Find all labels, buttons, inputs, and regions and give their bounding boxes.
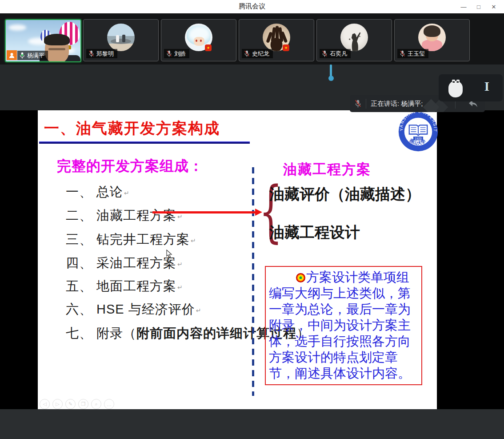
return-mark: ↵ — [177, 213, 183, 220]
cursor-tools-panel: I — [439, 74, 503, 101]
video-tile-2[interactable]: 郑黎明 — [83, 19, 159, 61]
title-bar: 腾讯会议 — □ ✕ — [0, 0, 504, 14]
outline-item-3: 三、 钻完井工程方案↵ — [66, 231, 196, 249]
participant-name: 杨满平 — [27, 52, 44, 60]
participant-name: 郑黎明 — [96, 50, 114, 58]
mic-muted-icon — [399, 50, 406, 57]
next-slide-button[interactable]: ▷ — [52, 399, 63, 409]
note-box: 方案设计类单项组编写大纲与上述类似，第一章为总论，最后一章为附录，中间为设计方案… — [265, 266, 422, 385]
bottom-toolbar-band — [0, 409, 504, 439]
participant-strip: 杨满平 郑黎明 — [0, 13, 504, 64]
avatar — [107, 24, 135, 51]
slides-overview-button[interactable]: ❐ — [78, 399, 88, 409]
mic-muted-icon — [166, 50, 172, 57]
minimize-button[interactable]: — — [456, 0, 471, 13]
university-logo: YANSHAN UNIVERSITY 燕山大学 1920 — [398, 111, 439, 152]
return-mark: ↵ — [124, 189, 130, 197]
silhouette-graphic — [340, 24, 368, 51]
return-mark: ↵ — [191, 237, 196, 244]
bullet-target-icon — [296, 273, 305, 282]
more-options-button[interactable]: … — [104, 399, 114, 409]
meeting-window: 腾讯会议 — □ ✕ — [0, 0, 504, 439]
outline-item-2: 二、 油藏工程方案↵ — [66, 207, 183, 225]
toast-divider — [366, 99, 366, 109]
avatar — [418, 24, 446, 51]
video-tile-4[interactable]: ★ 史纪龙 — [239, 19, 314, 61]
presentation-slide: 一、油气藏开发方案构成 YANSHAN UNIVERSITY 燕山大学 1920 — [38, 110, 437, 409]
red-arrow — [152, 211, 256, 213]
video-tile-5[interactable]: 石奕凡 — [316, 19, 392, 61]
participant-name: 石奕凡 — [330, 50, 347, 58]
avatar — [340, 24, 368, 51]
svg-text:1920: 1920 — [415, 137, 421, 140]
participant-nametag: 史纪龙 — [242, 49, 273, 58]
participant-nametag: 郑黎明 — [86, 49, 117, 58]
participant-name: 史纪龙 — [252, 50, 269, 58]
participant-name: 刘皓 — [174, 50, 186, 58]
mic-muted-icon — [88, 50, 95, 57]
zoom-tool-button[interactable]: ⌕ — [91, 399, 101, 409]
window-title: 腾讯会议 — [0, 2, 504, 11]
flag-badge: ★ — [205, 44, 212, 51]
mic-muted-icon — [354, 100, 362, 108]
participant-nametag: 石奕凡 — [320, 49, 351, 58]
return-mark: ↵ — [196, 307, 202, 314]
participant-nametag: 刘皓 — [164, 49, 189, 58]
slide-title: 一、油气藏开发方案构成 — [44, 118, 220, 139]
dashed-divider — [252, 167, 254, 396]
branch-item-top: 油藏评价（油藏描述） — [269, 184, 420, 205]
mic-muted-icon — [244, 50, 250, 57]
outline-item-1: 一、 总论↵ — [66, 183, 130, 201]
mouse-cursor — [166, 250, 172, 258]
title-underline — [39, 141, 250, 144]
speaking-label: 正在讲话: 杨满平; — [371, 100, 423, 108]
participant-name: 王玉玺 — [408, 50, 425, 58]
video-tile-6[interactable]: 王玉玺 — [394, 19, 470, 61]
outline-item-4: 四、 采油工程方案↵ — [66, 254, 183, 272]
video-tile-3[interactable]: ★ 刘皓 — [161, 19, 236, 61]
pen-tool-button[interactable]: ✎ — [65, 399, 76, 409]
right-heading: 油藏工程方案 — [283, 160, 371, 179]
prev-slide-button[interactable]: ◁ — [40, 399, 50, 409]
window-controls: — □ ✕ — [456, 0, 501, 13]
pointer-pin — [330, 64, 332, 77]
mic-muted-icon — [321, 50, 328, 57]
participant-nametag: 杨满平 — [17, 51, 48, 60]
mic-active-icon — [19, 52, 25, 59]
presenter-icon — [7, 50, 17, 60]
participant-nametag: 王玉玺 — [397, 49, 428, 58]
flag-badge: ★ — [283, 44, 289, 51]
outline-item-6: 六、 HSE 与经济评价↵ — [66, 301, 201, 318]
video-tile-1[interactable]: 杨满平 — [5, 19, 81, 62]
left-heading: 完整的开发方案组成： — [57, 157, 204, 176]
return-mark: ↵ — [177, 284, 183, 291]
outline-item-5: 五、 地面工程方案↵ — [66, 278, 183, 295]
screen-share-stage: 一、油气藏开发方案构成 YANSHAN UNIVERSITY 燕山大学 1920 — [0, 110, 504, 409]
mouse-cursor-tool-icon[interactable] — [447, 78, 464, 98]
speaker-face — [45, 36, 69, 62]
return-mark: ↵ — [177, 261, 183, 268]
maximize-button[interactable]: □ — [471, 0, 486, 13]
branch-item-bottom: 油藏工程设计 — [269, 222, 360, 243]
close-button[interactable]: ✕ — [486, 0, 501, 13]
note-text: 方案设计类单项组编写大纲与上述类似，第一章为总论，最后一章为附录，中间为设计方案… — [269, 269, 418, 381]
presenter-controls: ◁ ▷ ✎ ❐ ⌕ … — [40, 399, 114, 409]
text-cursor-tool-icon[interactable]: I — [484, 79, 489, 94]
